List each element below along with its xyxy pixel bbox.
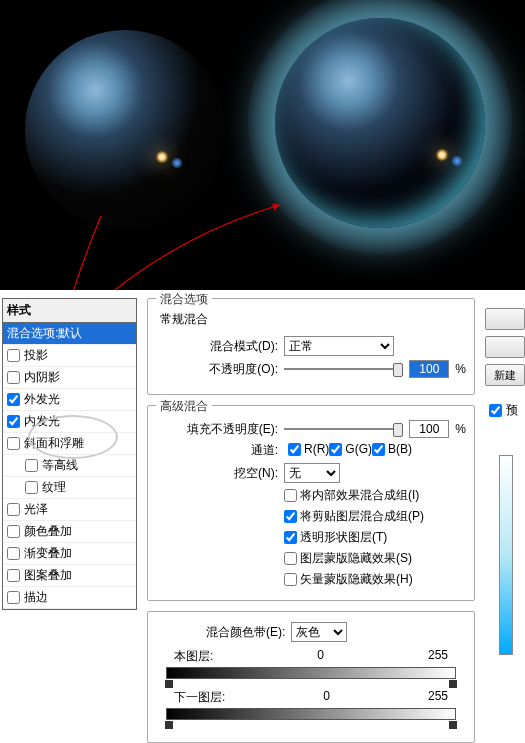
styles-panel-header: 样式	[3, 299, 136, 323]
blending-options-panel: 混合选项 常规混合 混合模式(D): 正常 不透明度(O): % 高级混合 填充…	[147, 298, 475, 743]
this-layer-low: 0	[317, 648, 324, 665]
blend-mode-select[interactable]: 正常	[284, 336, 394, 356]
planet-after	[275, 18, 485, 228]
style-checkbox[interactable]	[7, 547, 20, 560]
style-item[interactable]: 内发光	[3, 411, 136, 433]
style-checkbox[interactable]	[7, 415, 20, 428]
style-checkbox[interactable]	[7, 569, 20, 582]
knockout-row: 挖空(N): 无	[156, 463, 466, 483]
style-item[interactable]: 等高线	[3, 455, 136, 477]
opacity-row: 不透明度(O): %	[156, 360, 466, 378]
style-checkbox[interactable]	[7, 591, 20, 604]
right-buttons: 新建 预	[485, 298, 525, 655]
gradient-stop[interactable]	[449, 721, 457, 729]
button-partial[interactable]	[485, 336, 525, 358]
advanced-blending-group: 高级混合 填充不透明度(E): % 通道: R(R)G(G)B(B) 挖空(N)…	[147, 405, 475, 601]
color-gradient-bar[interactable]	[499, 455, 513, 655]
advanced-flag[interactable]: 将内部效果混合成组(I)	[284, 487, 466, 504]
general-heading: 常规混合	[160, 311, 466, 328]
group-legend: 混合选项	[156, 291, 212, 308]
style-label: 等高线	[42, 457, 78, 474]
style-label: 图案叠加	[24, 567, 72, 584]
style-label: 外发光	[24, 391, 60, 408]
channel-checkbox[interactable]: G(G)	[329, 442, 372, 456]
style-item[interactable]: 斜面和浮雕	[3, 433, 136, 455]
style-item[interactable]: 外发光	[3, 389, 136, 411]
style-label: 渐变叠加	[24, 545, 72, 562]
this-layer-label: 本图层:	[174, 648, 213, 665]
blend-mode-label: 混合模式(D):	[168, 338, 278, 355]
new-style-button[interactable]: 新建	[485, 364, 525, 386]
button-partial[interactable]	[485, 308, 525, 330]
opacity-unit: %	[455, 362, 466, 376]
channel-checkbox[interactable]: R(R)	[288, 442, 329, 456]
style-label: 混合选项:默认	[7, 325, 82, 342]
gradient-stop[interactable]	[449, 680, 457, 688]
style-checkbox[interactable]	[7, 371, 20, 384]
style-item[interactable]: 渐变叠加	[3, 543, 136, 565]
style-item[interactable]: 投影	[3, 345, 136, 367]
this-layer-high: 255	[428, 648, 448, 665]
lens-dot	[452, 156, 462, 166]
style-label: 颜色叠加	[24, 523, 72, 540]
this-layer-gradient[interactable]	[166, 667, 456, 679]
style-checkbox[interactable]	[7, 349, 20, 362]
fill-opacity-slider[interactable]	[284, 421, 403, 437]
style-item[interactable]: 纹理	[3, 477, 136, 499]
gradient-stop[interactable]	[165, 680, 173, 688]
style-item[interactable]: 光泽	[3, 499, 136, 521]
comparison-image	[0, 0, 525, 290]
channel-checkbox[interactable]: B(B)	[372, 442, 412, 456]
blend-mode-row: 混合模式(D): 正常	[156, 336, 466, 356]
under-layer-low: 0	[323, 689, 330, 706]
group-legend: 高级混合	[156, 398, 212, 415]
style-checkbox[interactable]	[7, 525, 20, 538]
style-item[interactable]: 颜色叠加	[3, 521, 136, 543]
opacity-label: 不透明度(O):	[168, 361, 278, 378]
style-item[interactable]: 图案叠加	[3, 565, 136, 587]
style-item[interactable]: 混合选项:默认	[3, 323, 136, 345]
opacity-slider[interactable]	[284, 361, 403, 377]
channels-label: 通道:	[168, 442, 278, 459]
lens-dot	[172, 158, 182, 168]
style-item[interactable]: 内阴影	[3, 367, 136, 389]
advanced-flag[interactable]: 透明形状图层(T)	[284, 529, 466, 546]
styles-panel: 样式 混合选项:默认投影内阴影外发光内发光斜面和浮雕等高线纹理光泽颜色叠加渐变叠…	[2, 298, 137, 610]
lens-flare	[435, 148, 449, 162]
advanced-flag[interactable]: 图层蒙版隐藏效果(S)	[284, 550, 466, 567]
preview-checkbox[interactable]: 预	[485, 402, 525, 419]
under-layer-label: 下一图层:	[174, 689, 225, 706]
style-checkbox[interactable]	[7, 393, 20, 406]
fill-opacity-label: 填充不透明度(E):	[168, 421, 278, 438]
style-label: 纹理	[42, 479, 66, 496]
style-label: 光泽	[24, 501, 48, 518]
advanced-flag[interactable]: 将剪贴图层混合成组(P)	[284, 508, 466, 525]
advanced-flag[interactable]: 矢量蒙版隐藏效果(H)	[284, 571, 466, 588]
style-label: 投影	[24, 347, 48, 364]
channels-row: 通道: R(R)G(G)B(B)	[156, 442, 466, 459]
style-label: 斜面和浮雕	[24, 435, 84, 452]
fill-opacity-input[interactable]	[409, 420, 449, 438]
blending-options-group: 混合选项 常规混合 混合模式(D): 正常 不透明度(O): %	[147, 298, 475, 395]
style-checkbox[interactable]	[25, 481, 38, 494]
style-label: 内阴影	[24, 369, 60, 386]
fill-unit: %	[455, 422, 466, 436]
style-item[interactable]: 描边	[3, 587, 136, 609]
under-layer-high: 255	[428, 689, 448, 706]
style-label: 内发光	[24, 413, 60, 430]
under-layer-gradient[interactable]	[166, 708, 456, 720]
knockout-select[interactable]: 无	[284, 463, 340, 483]
lens-flare	[155, 150, 169, 164]
blend-if-group: 混合颜色带(E): 灰色 本图层: 0 255 下一图层:	[147, 611, 475, 743]
opacity-input[interactable]	[409, 360, 449, 378]
blend-if-select[interactable]: 灰色	[291, 622, 347, 642]
knockout-label: 挖空(N):	[168, 465, 278, 482]
style-checkbox[interactable]	[7, 437, 20, 450]
fill-opacity-row: 填充不透明度(E): %	[156, 420, 466, 438]
blend-if-label: 混合颜色带(E):	[206, 624, 285, 641]
style-checkbox[interactable]	[7, 503, 20, 516]
style-label: 描边	[24, 589, 48, 606]
gradient-stop[interactable]	[165, 721, 173, 729]
planet-before	[25, 30, 225, 230]
style-checkbox[interactable]	[25, 459, 38, 472]
